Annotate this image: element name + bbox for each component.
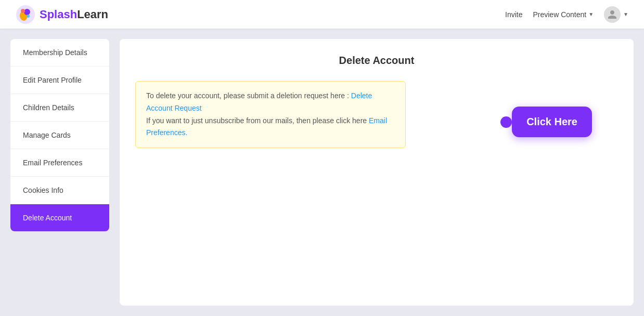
sidebar-item-delete-account[interactable]: Delete Account [10, 204, 109, 231]
logo[interactable]: SplashLearn [16, 5, 108, 24]
svg-point-4 [27, 15, 30, 18]
page-title: Delete Account [135, 55, 618, 67]
main-layout: Membership Details Edit Parent Profile C… [0, 29, 644, 316]
sidebar-item-membership-details[interactable]: Membership Details [10, 39, 109, 67]
user-icon [607, 9, 617, 20]
sidebar-item-email-preferences[interactable]: Email Preferences [10, 149, 109, 177]
svg-point-3 [21, 9, 25, 13]
preview-chevron-icon: ▼ [588, 11, 594, 17]
user-chevron-icon: ▼ [623, 11, 628, 17]
sidebar-item-cookies-info[interactable]: Cookies Info [10, 177, 109, 204]
avatar [604, 6, 621, 23]
logo-text: SplashLearn [40, 8, 108, 21]
info-box: To delete your account, please submit a … [135, 81, 406, 148]
info-text-2: If you want to just unsubscribe from our… [146, 116, 367, 125]
click-here-container: Click Here [500, 107, 592, 137]
sidebar-item-manage-cards[interactable]: Manage Cards [10, 122, 109, 149]
click-here-button[interactable]: Click Here [512, 107, 592, 137]
info-text-1: To delete your account, please submit a … [146, 91, 349, 100]
logo-icon [16, 5, 35, 24]
header-nav: Invite Preview Content ▼ ▼ [505, 6, 628, 23]
app-header: SplashLearn Invite Preview Content ▼ ▼ [0, 0, 644, 29]
click-here-dot [500, 116, 512, 128]
sidebar-item-children-details[interactable]: Children Details [10, 94, 109, 122]
preview-content-menu[interactable]: Preview Content ▼ [533, 10, 594, 19]
invite-link[interactable]: Invite [505, 10, 522, 19]
user-menu[interactable]: ▼ [604, 6, 628, 23]
content-panel: Delete Account To delete your account, p… [120, 39, 634, 306]
svg-point-2 [24, 9, 30, 15]
sidebar-item-edit-parent-profile[interactable]: Edit Parent Profile [10, 67, 109, 94]
sidebar: Membership Details Edit Parent Profile C… [10, 39, 109, 231]
preview-content-label: Preview Content [533, 10, 586, 19]
